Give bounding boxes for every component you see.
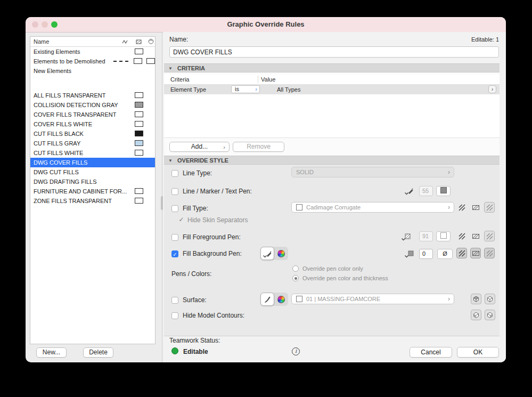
list-item-label: CUT FILLS GRAY — [34, 140, 80, 147]
fill-background-pen-picker-icon[interactable] — [404, 248, 414, 259]
surface-dropdown[interactable]: 01 | MASSING-FOAMCORE › — [291, 294, 454, 304]
name-label: Name: — [169, 36, 188, 43]
line-pen-number-field[interactable]: 55 — [419, 186, 433, 196]
fill-swatch — [146, 58, 155, 64]
override-pen-color-only-radio[interactable] — [292, 265, 299, 272]
graphic-override-rules-window: Graphic Override Rules Name Existing Ele… — [26, 17, 506, 362]
new-button[interactable]: New... — [36, 347, 67, 358]
override-pen-color-thickness-label: Override pen color and thickness — [302, 275, 388, 281]
apply-to-drafting-fills-icon — [486, 204, 494, 212]
list-item-selected[interactable]: DWG COVER FILLS — [30, 158, 155, 167]
chevron-right-icon: › — [255, 86, 257, 93]
list-item-label: ALL FILLS TRANSPARENT — [34, 92, 106, 99]
apply-surface-uncut-button[interactable] — [471, 310, 481, 320]
hide-model-contours-row: Hide Model Contours: — [164, 310, 500, 321]
line-pen-checkbox[interactable] — [171, 188, 178, 195]
list-item[interactable]: DWG DRAFTING FILLS — [30, 177, 155, 187]
list-item-label: CUT FILLS BLACK — [34, 131, 84, 137]
apply-surface-custom-button[interactable] — [485, 310, 495, 320]
apply-to-drafting-fills-button[interactable] — [484, 202, 495, 213]
pen-picker-icon[interactable] — [404, 185, 414, 196]
ok-button[interactable]: OK — [457, 347, 499, 358]
override-style-section-title: OVERRIDE STYLE — [177, 157, 228, 164]
fill-foreground-pen-color-button[interactable] — [436, 231, 451, 241]
apply-to-cover-fills-icon[interactable] — [470, 202, 481, 213]
apply-to-drafting-fills-button[interactable] — [484, 248, 495, 258]
hide-model-contours-label: Hide Model Contours: — [183, 312, 244, 319]
list-item-label: Elements to be Demolished — [34, 58, 105, 64]
fill-foreground-pen-checkbox[interactable] — [171, 234, 178, 241]
apply-surface-cut-button[interactable] — [471, 294, 481, 304]
list-item-label: DWG COVER FILLS — [34, 159, 87, 166]
fill-swatch — [135, 121, 143, 127]
fill-type-checkbox[interactable] — [171, 205, 178, 212]
fill-type-value: Cadimage Corrugate — [306, 204, 361, 210]
hide-model-contours-checkbox[interactable] — [171, 312, 178, 319]
apply-to-drafting-fills-button[interactable] — [484, 231, 495, 241]
apply-surface-all-button[interactable] — [485, 294, 495, 304]
line-pen-color-button[interactable] — [436, 186, 451, 196]
list-item[interactable]: ALL FILLS TRANSPARENT — [30, 91, 155, 100]
criteria-operator-dropdown[interactable]: is › — [231, 85, 260, 93]
apply-to-cut-fills-icon[interactable] — [456, 231, 467, 241]
surface-checkbox[interactable] — [171, 297, 178, 304]
null-pen-button[interactable]: Ø — [437, 249, 453, 259]
chevron-right-icon: › — [492, 86, 494, 92]
list-item[interactable]: Elements to be Demolished — [30, 56, 155, 66]
fill-swatch — [135, 131, 143, 136]
list-item[interactable]: CUT FILLS BLACK — [30, 129, 155, 139]
list-item[interactable]: New Elements — [30, 66, 155, 76]
fill-background-pen-number-field[interactable]: 0 — [419, 249, 433, 259]
pen-mode-button[interactable] — [260, 247, 274, 260]
color-mode-button[interactable] — [274, 247, 288, 260]
list-item[interactable]: COVER FILLS WHITE — [30, 119, 155, 129]
surface-value: 01 | MASSING-FOAMCORE — [306, 296, 380, 302]
apply-to-cover-fills-icon[interactable] — [470, 231, 481, 241]
criteria-row[interactable]: Element Type is › All Types › — [164, 85, 500, 94]
cube-right-face-icon — [486, 311, 494, 319]
remove-criteria-button[interactable]: Remove — [233, 142, 284, 152]
override-pen-color-thickness-radio[interactable] — [292, 275, 299, 281]
info-icon[interactable]: i — [292, 347, 300, 355]
surface-paint-mode-button[interactable] — [260, 293, 274, 306]
line-type-dropdown[interactable]: SOLID › — [291, 167, 454, 177]
column-divider — [258, 76, 258, 83]
list-item[interactable]: CUT FILLS WHITE — [30, 148, 155, 158]
disclosure-triangle-icon: ▼ — [168, 157, 173, 165]
list-item-label: COLLISION DETECTION GRAY — [34, 102, 118, 108]
editable-count: Editable: 1 — [471, 36, 499, 43]
override-style-section-header[interactable]: ▼ OVERRIDE STYLE — [164, 156, 500, 165]
list-item[interactable]: DWG CUT FILLS — [30, 167, 155, 177]
criteria-table-area: Criteria Value Element Type is › All Typ… — [164, 72, 500, 156]
line-type-checkbox[interactable] — [171, 170, 178, 177]
delete-button[interactable]: Delete — [83, 347, 113, 358]
add-criteria-button[interactable]: Add... › — [169, 142, 230, 152]
list-item[interactable]: COVER FILLS TRANSPARENT — [30, 110, 155, 119]
criteria-section-header[interactable]: ▼ CRITERIA — [164, 63, 500, 72]
list-item[interactable]: ZONE FILLS TRANSPARENT — [30, 196, 155, 206]
dashed-line-sample — [113, 61, 129, 62]
criteria-table: Criteria Value Element Type is › All Typ… — [164, 75, 500, 138]
apply-to-cut-fills-button[interactable] — [456, 248, 467, 258]
list-item[interactable]: FURNITURE AND CABINET FOR... — [30, 187, 155, 196]
surface-label: Surface: — [183, 296, 207, 304]
hide-skin-separators-checkbox[interactable]: ✓ — [178, 216, 185, 223]
fill-background-pen-checkbox[interactable]: ✓ — [171, 250, 178, 257]
fill-swatch — [135, 111, 143, 117]
apply-to-cover-fills-button[interactable] — [470, 248, 481, 258]
fill-swatch — [135, 102, 143, 108]
cancel-button[interactable]: Cancel — [410, 347, 452, 358]
list-item[interactable]: COLLISION DETECTION GRAY — [30, 100, 155, 110]
fill-foreground-pen-picker-icon[interactable] — [400, 231, 411, 242]
bottom-divider — [164, 336, 500, 336]
title-bar[interactable]: Graphic Override Rules — [26, 17, 506, 33]
criteria-value-disclosure-button[interactable]: › — [488, 85, 496, 93]
surface-color-mode-button[interactable] — [274, 293, 288, 306]
apply-to-cut-fills-icon[interactable] — [456, 202, 467, 213]
rule-name-input[interactable] — [169, 46, 499, 58]
fill-type-dropdown[interactable]: Cadimage Corrugate › — [291, 202, 454, 213]
fill-foreground-pen-number-field[interactable]: 91 — [419, 231, 433, 241]
list-item[interactable]: CUT FILLS GRAY — [30, 139, 155, 148]
window-title: Graphic Override Rules — [26, 20, 506, 28]
list-item[interactable]: Existing Elements — [30, 47, 155, 56]
